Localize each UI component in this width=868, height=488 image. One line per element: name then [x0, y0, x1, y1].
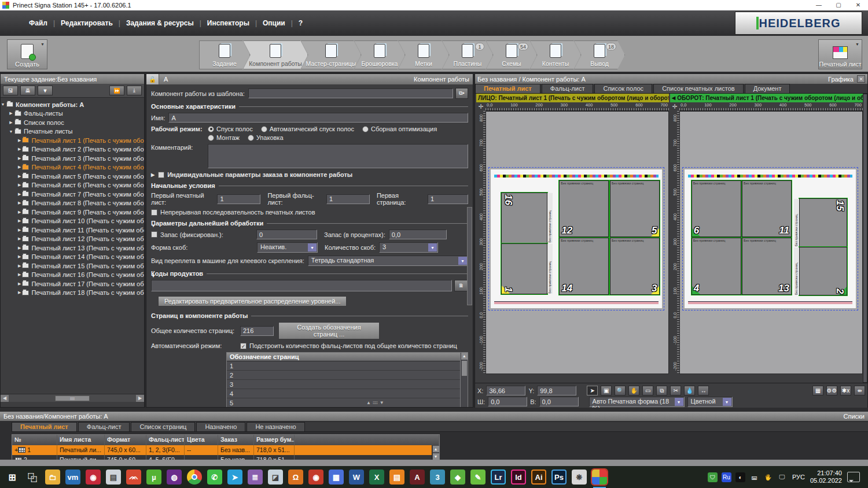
shield-app-icon[interactable]: ◆ — [450, 469, 465, 485]
close-button[interactable]: ✕ — [848, 0, 868, 10]
tree-item-fold-sheets[interactable]: ▶ Фальц-листы — [1, 109, 144, 119]
telegram-icon[interactable]: ➤ — [227, 469, 242, 485]
col-colors[interactable]: Цвета — [185, 435, 218, 445]
staple-form-dropdown[interactable]: Неактив. — [257, 242, 318, 253]
front-canvas[interactable]: Без привязки страниц16Без привязки стран… — [486, 111, 669, 374]
tree-item-press-sheet-18[interactable]: ▶Печатный лист 18 (Печать с чужим оборот… — [1, 289, 144, 298]
tab-fold-sheet[interactable]: Фальц-лист — [542, 84, 594, 93]
scrollbar-thumb[interactable]: IIII — [55, 395, 90, 401]
app-3-icon[interactable]: 3 — [430, 469, 445, 485]
tor-browser-icon[interactable]: ◍ — [167, 469, 182, 485]
menu-file[interactable]: Файл — [23, 16, 53, 31]
product-codes-input[interactable] — [151, 280, 452, 291]
col-paper-size[interactable]: Размер бум... — [254, 435, 295, 445]
ink-tool-icon[interactable]: 💧 — [684, 386, 695, 395]
close-panel-icon[interactable]: ✕ — [857, 75, 865, 83]
expander-closed-icon[interactable]: ▶ — [151, 172, 155, 178]
col-number[interactable]: № — [12, 435, 57, 445]
preview-mode-icon[interactable]: ▦ — [812, 386, 823, 395]
tab-press-sheet-list-bottom[interactable]: Печатный лист — [12, 422, 77, 431]
page-cell-11[interactable]: Без привязки страниц11 — [742, 180, 792, 237]
col-sheet-name[interactable]: Имя листа — [57, 435, 105, 445]
settings-icon[interactable]: ⚙⚙ — [826, 386, 837, 395]
comment-textarea[interactable] — [208, 144, 468, 168]
frame-tool-icon[interactable]: ▭ — [642, 386, 653, 395]
workflow-step-1[interactable]: Задание — [199, 40, 250, 69]
tree-item-press-sheet-10[interactable]: ▶Печатный лист 10 (Печать с чужим оборот… — [1, 217, 144, 226]
tab-assigned[interactable]: Назначено — [196, 422, 245, 431]
dropdown-button[interactable]: ▼ — [38, 86, 53, 95]
workflow-step-6[interactable]: 1Пластины — [442, 40, 493, 69]
page-cell-2[interactable]: Без привязки страниц2 — [799, 247, 847, 295]
tree-item-press-sheet-2[interactable]: ▶Печатный лист 2 (Печать с чужим оборото… — [1, 145, 144, 154]
print-button[interactable]: 🖶 — [20, 86, 35, 95]
pan-tool-icon[interactable]: ✋ — [628, 386, 639, 395]
menu-jobs-resources[interactable]: Задания & ресурсы — [120, 16, 200, 31]
expander-closed-icon[interactable]: ▶ — [18, 183, 21, 187]
page-cell-3[interactable]: Без привязки страниц3 — [610, 238, 660, 294]
panel-scrollbar-thumb[interactable] — [467, 207, 472, 305]
select-tool-icon[interactable]: ➤ — [587, 386, 598, 395]
expander-closed-icon[interactable]: ▶ — [18, 282, 21, 286]
collapse-all-button[interactable]: ⤓ — [127, 86, 142, 95]
page-cell-16[interactable]: Без привязки страниц16 — [501, 193, 547, 243]
tree-root-job-component[interactable]: ▼ Компонент работы: A — [1, 100, 144, 109]
edit-level-distribution-button[interactable]: Редактировать предварительное распределе… — [158, 296, 347, 306]
measure-tool-icon[interactable]: ↔ — [698, 386, 709, 395]
expander-closed-icon[interactable]: ▶ — [18, 219, 21, 223]
horizontal-scroll-control[interactable]: ▲⁞⁞⁞⁞▼ — [366, 400, 384, 405]
expander-closed-icon[interactable]: ▶ — [18, 201, 21, 205]
col-order[interactable]: Заказ — [218, 435, 254, 445]
start-icon[interactable]: ⊞ — [5, 469, 20, 485]
expander-closed-icon[interactable]: ▶ — [18, 165, 21, 169]
menu-edit[interactable]: Редактировать — [55, 16, 119, 31]
tree-item-press-sheet-17[interactable]: ▶Печатный лист 17 (Печать с чужим оборот… — [1, 279, 144, 289]
language-indicator[interactable]: РУС — [792, 474, 805, 480]
tree-item-press-sheet-13[interactable]: ▶Печатный лист 13 (Печать с чужим оборот… — [1, 243, 144, 253]
tree-item-press-sheet-15[interactable]: ▶Печатный лист 15 (Печать с чужим оборот… — [1, 261, 144, 271]
minimize-button[interactable]: — — [809, 0, 829, 10]
folder-app-icon[interactable]: ▤ — [389, 469, 404, 485]
col-format[interactable]: Формат — [105, 435, 146, 445]
margin-pct-input[interactable] — [389, 230, 447, 239]
tree-item-press-sheet-5[interactable]: ▶Печатный лист 5 (Печать с чужим оборото… — [1, 172, 144, 181]
workflow-step-3[interactable]: Мастер-страницы — [301, 40, 361, 69]
page-cell-15[interactable]: Без привязки страниц15 — [799, 198, 847, 247]
tab-document[interactable]: Документ — [745, 84, 790, 93]
y-coordinate-input[interactable] — [537, 386, 576, 395]
tree-item-press-sheet-6[interactable]: ▶Печатный лист 6 (Печать с чужим оборото… — [1, 181, 144, 190]
tree-item-press-sheet-16[interactable]: ▶Печатный лист 16 (Печать с чужим оборот… — [1, 271, 144, 280]
create-button[interactable]: ▼ Создать — [7, 39, 47, 69]
back-canvas[interactable]: Без привязки страниц6Без привязки страни… — [679, 111, 863, 374]
scroll-down-icon[interactable]: ▼ — [433, 453, 439, 460]
radio-packaging[interactable] — [248, 135, 254, 141]
x-coordinate-input[interactable] — [486, 386, 525, 395]
table-row[interactable]: +1Печатный ли...745,0 x 60...1, 2, 3(F0.… — [12, 445, 439, 455]
radio-imposition[interactable] — [208, 126, 214, 132]
zoom-tool-icon[interactable]: 🔍 — [615, 386, 626, 395]
marks-toggle-icon[interactable]: ✱x — [840, 386, 851, 395]
height-input[interactable] — [539, 397, 579, 406]
expander-open-icon[interactable]: ▼ — [1, 102, 5, 106]
workflow-step-9[interactable]: 18Вывод — [574, 40, 625, 69]
menu-options[interactable]: Опции — [257, 16, 291, 31]
indesign-icon[interactable]: Id — [511, 469, 526, 485]
clock[interactable]: 21:07:40 05.02.2022 — [810, 469, 842, 485]
radio-auto-imposition[interactable] — [261, 126, 267, 132]
tree-item-press-sheet-1[interactable]: ▶Печатный лист 1 (Печать с чужим оборото… — [1, 136, 144, 145]
individual-params-checkbox[interactable] — [158, 172, 164, 178]
workflow-step-7[interactable]: 54Схемы — [486, 40, 537, 69]
network-tray-icon[interactable]: 🖵 — [777, 472, 787, 482]
auto-mode-checkbox[interactable]: ✓ — [240, 343, 247, 349]
expander-closed-icon[interactable]: ▶ — [18, 254, 21, 259]
page-designation-row[interactable]: 5 — [227, 398, 460, 408]
binding-type-dropdown[interactable]: Тетрадь стандартная — [308, 256, 468, 266]
vertical-scrollbar[interactable] — [863, 94, 867, 383]
acrobat-icon[interactable]: A — [410, 469, 425, 485]
template-input[interactable] — [248, 88, 453, 98]
front-sheet[interactable]: Без привязки страниц16Без привязки стран… — [491, 169, 662, 308]
scroll-left-icon[interactable]: ◀ — [1, 395, 9, 402]
save-app-icon[interactable]: ▦ — [329, 469, 344, 485]
tab-press-sheet[interactable]: Печатный лист — [475, 84, 540, 93]
col-fold-sheet[interactable]: Фальц-лист — [146, 435, 185, 445]
